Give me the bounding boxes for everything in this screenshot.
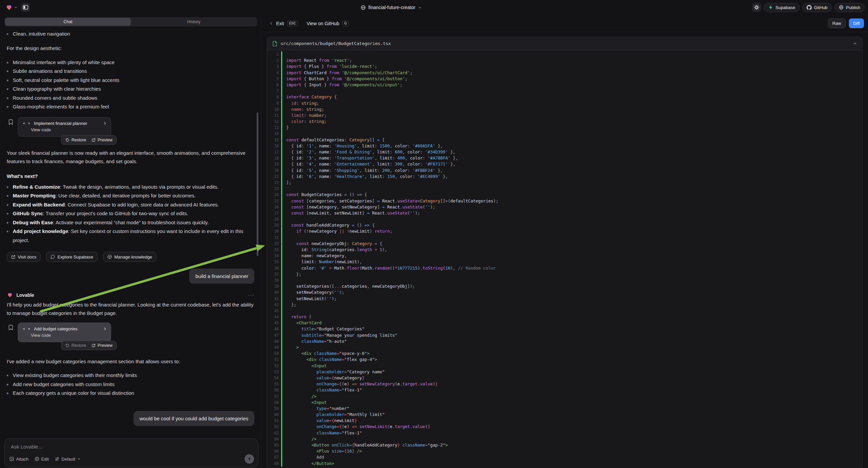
supabase-button[interactable]: Supabase [764, 3, 800, 12]
code-line: 24∨const BudgetCategories = () => { [267, 192, 862, 198]
restore-button[interactable]: Restore [65, 343, 86, 348]
code-line: 16 { id: '1', name: 'Housing', limit: 15… [267, 143, 862, 149]
chat-panel: Chat History Clean, intuitive navigation… [0, 15, 261, 468]
model-label: Default [61, 457, 75, 462]
explore-supabase-button[interactable]: Explore Supabase [46, 252, 97, 262]
code-line: 17 { id: '2', name: 'Food & Dining', lim… [267, 149, 862, 155]
chevron-down-icon [14, 6, 18, 9]
view-code-link[interactable]: View code [18, 331, 111, 342]
raw-toggle-button[interactable]: Raw [828, 19, 845, 28]
restore-icon [65, 344, 69, 348]
code-icon: < > [23, 327, 31, 331]
manage-knowledge-button[interactable]: Manage knowledge [103, 252, 157, 262]
list-item: Glass-morphic elements for a premium fee… [7, 103, 254, 112]
settings-button[interactable] [752, 3, 761, 12]
restore-button[interactable]: Restore [65, 138, 86, 142]
collapse-file-button[interactable] [853, 41, 857, 46]
edit-mode-button[interactable]: Edit [35, 457, 49, 462]
lovable-logo-menu[interactable] [5, 4, 18, 11]
version-card-implement-financial-planner[interactable]: < > Implement financial planner View cod… [18, 117, 111, 137]
package-icon [107, 255, 112, 259]
code-line: 21 { id: '6', name: 'Healthcare', limit:… [267, 174, 862, 180]
added-bullet-list: View existing budget categories with the… [7, 371, 254, 398]
exit-label: Exit [276, 21, 284, 26]
code-line: 9 id: string; [267, 100, 862, 107]
code-line: 5import { Button } from '@/components/ui… [267, 76, 862, 82]
attach-button[interactable]: Attach [9, 457, 29, 462]
preview-button[interactable]: Preview [92, 138, 113, 142]
version-actions: Restore Preview [61, 135, 117, 145]
code-line: 40 setNewCategory(''); [267, 289, 862, 295]
file-path: src/components/budget/BudgetCategories.t… [280, 41, 849, 46]
file-added-icon [273, 41, 277, 46]
code-line: 1 [267, 51, 862, 57]
github-button[interactable]: GitHub [802, 3, 832, 12]
code-line: 66 <Plus size={16} /> [267, 448, 862, 454]
code-line: 49 > [267, 345, 862, 351]
chat-input[interactable]: Ask Lovable... [5, 439, 258, 449]
g-key-badge: G [342, 21, 349, 26]
code-editor[interactable]: 12import React from 'react';3import { Pl… [267, 51, 862, 468]
chat-scroll-area[interactable]: Clean, intuitive navigation For the desi… [0, 27, 261, 436]
list-item: Subtle animations and transitions [7, 67, 254, 76]
code-line: 41 setNewLimit(''); [267, 296, 862, 302]
tab-history-label: History [187, 20, 200, 24]
code-line: 33 id: String(categories.length + 1), [267, 247, 862, 253]
code-line: 12 color: string; [267, 118, 862, 124]
list-item: Add project knowledge: Set key context o… [7, 227, 254, 245]
view-on-github-button[interactable]: View on GitHub G [307, 21, 349, 26]
code-line: 22]; [267, 180, 862, 186]
visit-docs-label: Visit docs [18, 255, 36, 260]
code-line: 18 { id: '3', name: 'Transportation', li… [267, 155, 862, 161]
esc-key-badge: ESC [287, 21, 298, 26]
globe-icon [361, 5, 366, 10]
preview-button[interactable]: Preview [92, 343, 113, 348]
bookmark-icon [8, 324, 14, 331]
code-line: 27 const [newLimit, setNewLimit] = React… [267, 210, 862, 216]
visit-docs-button[interactable]: Visit docs [7, 252, 40, 262]
code-line: 54 value={newCategory} [267, 375, 862, 381]
file-header[interactable]: src/components/budget/BudgetCategories.t… [267, 37, 862, 50]
tab-history[interactable]: History [131, 18, 257, 26]
diff-toggle-button[interactable]: Diff [849, 19, 864, 28]
view-on-github-label: View on GitHub [307, 21, 339, 26]
sliders-icon [55, 457, 59, 461]
send-button[interactable] [245, 454, 254, 464]
publish-button[interactable]: Publish [834, 3, 865, 12]
lovable-heart-icon [7, 292, 13, 298]
github-icon [807, 5, 812, 10]
version-card-title: Implement financial planner [34, 121, 100, 126]
code-line: 8∨interface Category { [267, 94, 862, 100]
user-message: would be cool if you could add budget ca… [133, 411, 254, 426]
design-bullet-list: Minimalist interface with plenty of whit… [7, 58, 254, 112]
list-item: Soft, neutral color palette with light b… [7, 76, 254, 85]
project-switcher[interactable]: financial-future-creator [361, 0, 422, 15]
assistant-paragraph: I've added a new budget categories manag… [7, 357, 254, 365]
view-code-link[interactable]: View code [18, 126, 111, 136]
chevron-down-icon [418, 6, 422, 9]
chevron-up-icon [853, 41, 857, 46]
code-line: 6import { Input } from '@/components/ui/… [267, 82, 862, 88]
code-line: 13} [267, 124, 862, 130]
preview-label: Preview [98, 343, 113, 348]
code-line: 45 <ChartCard [267, 320, 862, 326]
sidebar-toggle-button[interactable] [21, 3, 30, 12]
manage-knowledge-label: Manage knowledge [115, 255, 152, 260]
chat-composer[interactable]: Ask Lovable... Attach Edit [4, 438, 258, 467]
code-line: 46 title="Budget Categories" [267, 326, 862, 332]
model-selector[interactable]: Default [55, 457, 81, 462]
external-link-icon [11, 255, 16, 259]
chat-scrollbar[interactable] [257, 113, 258, 256]
message-menu-button[interactable]: ··· [248, 292, 254, 298]
restore-label: Restore [71, 138, 86, 142]
tab-chat[interactable]: Chat [5, 18, 131, 26]
version-card-add-budget-categories[interactable]: < > Add budget categories View code Rest… [18, 323, 111, 342]
code-line: 26 const [newCategory, setNewCategory] =… [267, 204, 862, 210]
code-line: 4import ChartCard from '@/components/ui/… [267, 70, 862, 76]
exit-button[interactable]: Exit ESC [270, 21, 298, 26]
code-line: 25 const [categories, setCategories] = R… [267, 198, 862, 204]
code-line: 44 return ( [267, 314, 862, 320]
list-item: Rounded corners and subtle shadows [7, 94, 254, 103]
chevron-down-icon [77, 457, 81, 461]
code-line: 43 [267, 308, 862, 314]
